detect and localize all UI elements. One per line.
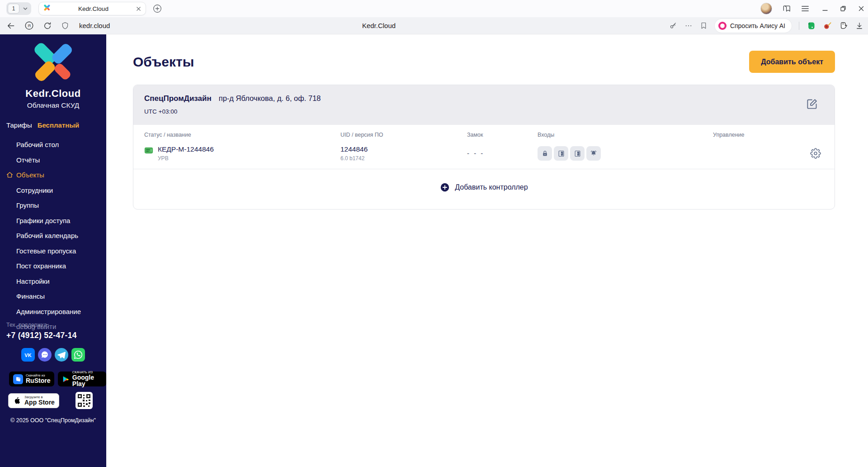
tab-counter-button[interactable]: 1 <box>6 2 31 15</box>
add-controller-label: Добавить контроллер <box>455 183 528 191</box>
support-label: Тех. поддержка <box>6 322 106 328</box>
object-name: СпецПромДизайн <box>144 94 212 103</box>
object-address: пр-д Яблочкова, д. 6, оф. 718 <box>219 94 321 103</box>
sidebar-item-employees[interactable]: Сотрудники <box>0 183 106 198</box>
sidebar-item-desktop[interactable]: Рабочий стол <box>0 137 106 152</box>
support-phone: +7 (4912) 52-47-14 <box>6 331 106 340</box>
sidebar-item-guest-passes[interactable]: Гостевые пропуска <box>0 243 106 259</box>
seal-extension-icon[interactable] <box>823 21 832 30</box>
add-controller-button[interactable]: Добавить контроллер <box>133 169 835 209</box>
entry-door-2-button[interactable] <box>570 146 585 161</box>
tab-close-icon[interactable] <box>136 6 141 11</box>
logo-subtitle: Облачная СКУД <box>27 101 80 110</box>
main-content: Объекты Добавить объект СпецПромДизайн п… <box>106 34 868 467</box>
controller-type: УРВ <box>158 155 214 162</box>
entry-door-1-button[interactable] <box>554 146 568 161</box>
menu-hamburger-icon[interactable] <box>801 5 809 12</box>
controller-firmware: 6.0 b1742 <box>340 155 467 162</box>
sidebar-item-access-schedules[interactable]: Графики доступа <box>0 213 106 229</box>
yandex-search-icon[interactable]: Я <box>24 21 34 30</box>
rustore-badge[interactable]: Скачайте из RuStore <box>9 372 54 386</box>
browser-address-bar[interactable]: Я kedr.cloud Kedr.Cloud Спросить Алису A… <box>0 17 868 34</box>
qr-code[interactable] <box>75 392 93 409</box>
sidebar-item-administration[interactable]: Администрирование <box>0 304 106 319</box>
whatsapp-icon[interactable] <box>71 348 85 362</box>
svg-text:Я: Я <box>28 23 31 28</box>
profile-avatar[interactable] <box>760 3 772 14</box>
plus-circle-icon <box>440 182 450 192</box>
alice-icon <box>718 22 726 30</box>
more-options-icon[interactable] <box>684 22 693 30</box>
alice-ai-button[interactable]: Спросить Алису AI <box>715 19 792 33</box>
house-icon <box>6 171 14 180</box>
tab-favicon-icon <box>43 4 51 13</box>
sidebar-item-guard-post[interactable]: Пост охранника <box>0 258 106 274</box>
controller-settings-button[interactable] <box>810 148 821 159</box>
object-card: СпецПромДизайн пр-д Яблочкова, д. 6, оф.… <box>133 85 835 210</box>
sidebar-item-reports[interactable]: Отчёты <box>0 152 106 168</box>
sidebar-menu: Рабочий стол Отчёты Объекты Сотрудники Г… <box>0 137 106 334</box>
google-play-name: Google Play <box>72 374 102 387</box>
copyright: © 2025 ООО "СпецПромДизайн" <box>0 417 106 424</box>
chevron-down-icon <box>19 6 31 11</box>
vk-icon[interactable]: VK <box>21 348 35 362</box>
bell-icon <box>590 149 598 157</box>
sidebar: Kedr.Cloud Облачная СКУД Тарифы Бесплатн… <box>0 34 106 467</box>
column-status: Статус / название <box>144 132 340 138</box>
site-security-shield-icon[interactable] <box>61 22 69 30</box>
google-play-icon <box>62 374 69 384</box>
sidebar-item-groups[interactable]: Группы <box>0 198 106 213</box>
app-store-badge[interactable]: Загрузите в App Store <box>8 393 59 408</box>
table-header: Статус / название UID / версия ПО Замок … <box>133 125 835 141</box>
controller-status-icon <box>144 147 153 156</box>
evernote-extension-icon[interactable] <box>807 21 816 30</box>
back-icon[interactable] <box>6 21 15 30</box>
object-card-header: СпецПромДизайн пр-д Яблочкова, д. 6, оф.… <box>133 85 835 125</box>
tab-title: Kedr.Cloud <box>51 5 136 12</box>
lock-icon <box>541 150 549 157</box>
rustore-name: RuStore <box>26 377 50 384</box>
sidebar-item-finance[interactable]: Финансы <box>0 289 106 304</box>
gear-icon <box>810 148 821 159</box>
url-text[interactable]: kedr.cloud <box>79 22 110 29</box>
controller-name[interactable]: КЕДР-М-1244846 <box>158 145 214 153</box>
window-close-button[interactable] <box>858 5 864 12</box>
refresh-icon[interactable] <box>43 21 52 30</box>
column-entries: Входы <box>538 132 713 138</box>
apple-icon <box>13 396 22 405</box>
kedr-logo-icon <box>28 41 79 86</box>
app-store-name: App Store <box>24 399 55 406</box>
tariff-value[interactable]: Бесплатный <box>38 121 80 129</box>
object-timezone: UTC +03:00 <box>144 108 824 115</box>
sidebar-item-work-calendar[interactable]: Рабочий календарь <box>0 228 106 243</box>
browser-tab[interactable]: Kedr.Cloud <box>38 2 146 15</box>
glove-extension-icon[interactable] <box>839 21 848 30</box>
google-play-badge[interactable]: СКАЧАТЬ ИЗ Google Play <box>58 372 106 386</box>
new-tab-button[interactable] <box>152 4 162 14</box>
entry-lock-button[interactable] <box>538 146 552 161</box>
window-minimize-button[interactable] <box>822 5 828 12</box>
column-control: Управление <box>713 132 824 138</box>
messenger-icon[interactable] <box>38 348 52 362</box>
door-icon <box>574 150 581 157</box>
sidebar-item-settings[interactable]: Настройки <box>0 274 106 289</box>
browser-tab-strip: 1 Kedr.Cloud <box>0 0 868 17</box>
controller-row: КЕДР-М-1244846 УРВ 1244846 6.0 b1742 - -… <box>133 141 835 169</box>
entry-alarm-button[interactable] <box>586 146 601 161</box>
column-uid: UID / версия ПО <box>340 132 467 138</box>
edit-object-icon[interactable] <box>806 98 818 112</box>
telegram-icon[interactable] <box>55 348 68 362</box>
bookmark-icon[interactable] <box>700 22 708 29</box>
download-icon[interactable] <box>855 22 863 30</box>
add-object-button[interactable]: Добавить объект <box>749 51 835 73</box>
column-lock: Замок <box>467 132 538 138</box>
sidebar-item-objects[interactable]: Объекты <box>0 167 106 183</box>
divider <box>799 22 799 30</box>
tab-counter-value: 1 <box>8 4 19 14</box>
side-panel-icon[interactable] <box>782 4 791 13</box>
tariff-label: Тарифы <box>6 121 32 129</box>
controller-uid: 1244846 <box>340 145 467 153</box>
window-restore-button[interactable] <box>840 5 846 12</box>
door-icon <box>557 150 565 157</box>
passwords-key-icon[interactable] <box>669 22 677 30</box>
